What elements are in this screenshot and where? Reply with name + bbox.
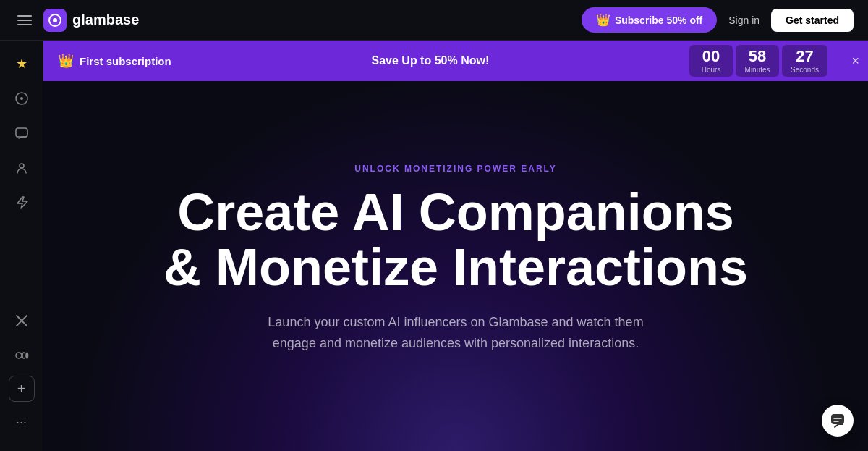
hero-subtext: Launch your custom AI influencers on Gla… [253, 312, 658, 354]
promo-crown-icon: 👑 [58, 53, 74, 69]
content-area: 👑 First subscription Save Up to 50% Now!… [43, 41, 868, 451]
sidebar-add-button[interactable]: + [9, 376, 35, 402]
promo-close-button[interactable]: × [851, 54, 859, 69]
sidebar-item-x[interactable] [7, 306, 36, 335]
svg-point-8 [26, 353, 27, 358]
sidebar-item-users[interactable] [7, 153, 36, 182]
svg-rect-9 [831, 414, 844, 424]
hero-eyebrow: UNLOCK MONETIZING POWER EARLY [354, 164, 557, 174]
hours-value: 00 [698, 48, 724, 65]
promo-title: First subscription [80, 55, 171, 67]
logo-text: glambase [72, 12, 139, 28]
sidebar-item-bolt[interactable] [7, 188, 36, 217]
hero-section: UNLOCK MONETIZING POWER EARLY Create AI … [43, 81, 868, 451]
svg-point-6 [16, 353, 22, 358]
subscribe-label: Subscribe 50% off [615, 14, 702, 26]
promo-subtitle: Save Up to 50% Now! [171, 54, 689, 67]
minutes-label: Minutes [744, 66, 770, 74]
more-icon: ··· [16, 415, 27, 430]
signin-button[interactable]: Sign in [728, 14, 760, 26]
sidebar-more-button[interactable]: ··· [7, 408, 36, 437]
getstarted-button[interactable]: Get started [771, 9, 854, 32]
hours-label: Hours [698, 66, 724, 74]
sidebar: ★ [0, 41, 43, 451]
hero-heading-line2: & Monetize Interactions [163, 238, 748, 296]
sidebar-item-chat[interactable] [7, 119, 36, 148]
svg-point-1 [53, 18, 57, 22]
sidebar-bottom: + ··· [7, 306, 36, 442]
chat-widget-icon [830, 413, 846, 429]
minutes-value: 58 [744, 48, 770, 65]
countdown-hours: 00 Hours [689, 45, 733, 76]
logo-area: glambase [43, 9, 573, 32]
hero-heading-line1: Create AI Companions [177, 183, 733, 241]
menu-icon[interactable] [14, 12, 35, 28]
seconds-value: 27 [791, 48, 819, 65]
chat-widget[interactable] [822, 405, 854, 437]
chat-icon [14, 126, 29, 140]
countdown-seconds: 27 Seconds [782, 45, 827, 76]
star-icon: ★ [16, 56, 27, 72]
bolt-icon [14, 195, 29, 210]
seconds-label: Seconds [791, 66, 819, 74]
logo-icon [43, 9, 67, 32]
sidebar-item-star[interactable]: ★ [7, 49, 36, 78]
svg-point-3 [20, 97, 23, 100]
compass-icon [14, 91, 29, 106]
svg-point-5 [20, 164, 24, 168]
subscribe-button[interactable]: 👑 Subscribe 50% off [582, 7, 717, 33]
add-icon: + [17, 381, 26, 397]
countdown: 00 Hours 58 Minutes 27 Seconds [689, 45, 827, 76]
promo-banner: 👑 First subscription Save Up to 50% Now!… [43, 41, 868, 81]
nav-right: 👑 Subscribe 50% off Sign in Get started [582, 7, 854, 33]
hero-heading: Create AI Companions & Monetize Interact… [163, 185, 748, 295]
countdown-minutes: 58 Minutes [736, 45, 779, 76]
svg-point-7 [22, 353, 25, 358]
sidebar-item-medium[interactable] [7, 341, 36, 370]
top-nav: glambase 👑 Subscribe 50% off Sign in Get… [0, 0, 868, 41]
main-layout: ★ [0, 41, 868, 451]
x-icon [15, 314, 28, 327]
crown-icon: 👑 [596, 13, 610, 27]
svg-rect-4 [16, 128, 27, 137]
sidebar-item-compass[interactable] [7, 84, 36, 113]
medium-icon [14, 348, 29, 363]
users-icon [14, 161, 29, 175]
